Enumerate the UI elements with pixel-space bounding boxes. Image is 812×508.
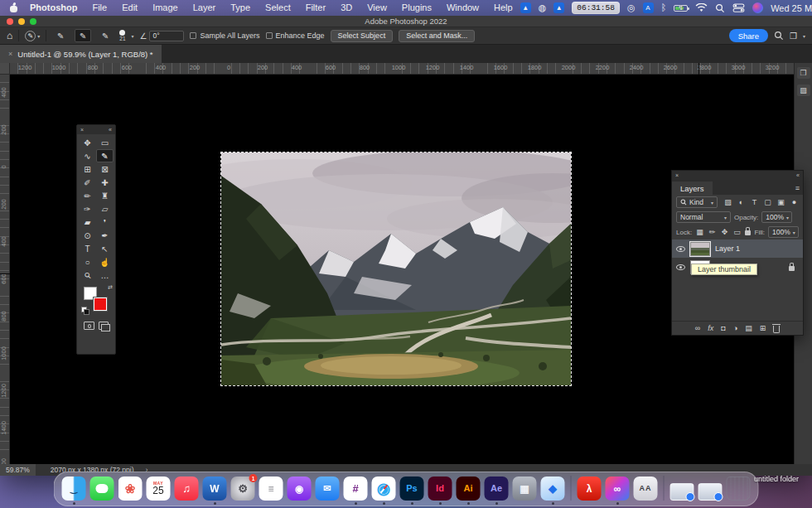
smart-object-filter-icon[interactable]: ▣	[776, 198, 785, 206]
creative-cloud-menubar-icon[interactable]: ◍	[539, 2, 547, 13]
battery-icon[interactable]: ↯	[674, 5, 688, 12]
lock-all-icon[interactable]	[745, 230, 751, 235]
menu-file[interactable]: File	[85, 0, 114, 16]
type-tool[interactable]: T	[79, 242, 96, 255]
new-selection-mode-button[interactable]: ✎	[52, 29, 69, 42]
word-dock-icon[interactable]: W	[203, 477, 227, 501]
angle-input[interactable]: 0°	[149, 31, 184, 41]
clone-stamp-tool[interactable]: ♜	[96, 189, 114, 202]
brush-tool[interactable]: ✏	[79, 189, 96, 202]
layers-tab[interactable]: Layers	[672, 181, 713, 195]
default-colors-icon[interactable]	[81, 307, 88, 313]
swap-colors-icon[interactable]: ⇄	[108, 284, 113, 291]
document-tab[interactable]: × Untitled-1 @ 59.9% (Layer 1, RGB/8) *	[0, 45, 162, 63]
podcasts-dock-icon[interactable]: ◉	[288, 477, 312, 501]
apple-logo-icon[interactable]	[10, 3, 17, 12]
record-menubar-icon[interactable]: ◎	[627, 2, 636, 13]
safari-dock-icon[interactable]: ◉	[372, 477, 396, 501]
brush-size-picker[interactable]: 21	[119, 30, 125, 42]
finder-dock-icon[interactable]: ‿	[62, 477, 86, 501]
crop-tool[interactable]: ⊞	[79, 162, 96, 176]
quick-mask-icon[interactable]	[84, 322, 94, 330]
tool-preset-picker[interactable]: ✎▾	[25, 31, 40, 41]
layer-visibility-icon[interactable]	[676, 246, 685, 252]
settings-dock-icon[interactable]: ⚙1	[231, 477, 255, 501]
eraser-tool[interactable]: ▱	[96, 202, 114, 215]
filter-toggle-icon[interactable]: ●	[790, 198, 799, 206]
shape-layers-filter-icon[interactable]: ▢	[763, 198, 772, 206]
layer-visibility-icon[interactable]	[676, 264, 685, 270]
menu-photoshop[interactable]: Photoshop	[22, 0, 85, 16]
layer-effects-icon[interactable]: fx	[708, 324, 713, 332]
menu-filter[interactable]: Filter	[298, 0, 333, 16]
menu-edit[interactable]: Edit	[114, 0, 145, 16]
sample-all-layers-checkbox[interactable]: Sample All Layers	[190, 31, 259, 40]
menu-image[interactable]: Image	[145, 0, 186, 16]
enhance-edge-checkbox[interactable]: Enhance Edge	[266, 31, 325, 40]
timer-badge[interactable]: 06:31:58	[572, 2, 620, 14]
layer-row-layer1[interactable]: Layer 1	[672, 239, 803, 258]
menu-select[interactable]: Select	[258, 0, 298, 16]
add-to-selection-mode-button[interactable]: ✎	[75, 29, 91, 42]
fonts-dock-icon[interactable]: AA	[634, 477, 658, 501]
share-button[interactable]: Share	[729, 29, 768, 42]
gradient-tool[interactable]: ▰	[79, 215, 96, 229]
layer-group-icon[interactable]: ▤	[745, 324, 752, 332]
collapse-panel-icon[interactable]: «	[796, 172, 800, 178]
adjustment-layer-icon[interactable]: ◑	[733, 324, 737, 332]
workspace-switcher-icon[interactable]: ❐	[790, 31, 797, 41]
link-layers-icon[interactable]: ∞	[695, 324, 700, 332]
select-subject-button[interactable]: Select Subject	[331, 30, 394, 42]
minimized-window-dock-icon-2[interactable]	[698, 483, 723, 501]
desktop-folder-label[interactable]: untitled folder	[754, 475, 799, 483]
menu-3d[interactable]: 3D	[333, 0, 360, 16]
close-panel-icon[interactable]: ×	[80, 127, 84, 133]
blue-abstract-dock-icon[interactable]: ◆	[541, 477, 565, 501]
screen-mode-icon[interactable]	[99, 322, 109, 330]
opacity-field[interactable]: 100% ▾	[761, 211, 792, 223]
layer1-name[interactable]: Layer 1	[715, 244, 740, 253]
bluetooth-icon[interactable]: ᛒ	[661, 2, 667, 13]
search-icon[interactable]	[715, 3, 725, 13]
menu-window[interactable]: Window	[439, 0, 486, 16]
chevron-down-icon[interactable]: ▾	[132, 33, 134, 39]
collapsed-panel-icon-1[interactable]: ❐	[797, 67, 810, 79]
chevron-down-icon[interactable]: ▾	[803, 33, 805, 39]
menu-view[interactable]: View	[360, 0, 394, 16]
collapse-panel-icon[interactable]: «	[109, 127, 112, 133]
more-tools[interactable]: …	[96, 269, 114, 282]
layer-row-background[interactable]: Layer thumbnail	[672, 258, 803, 276]
blend-mode-dropdown[interactable]: Normal ▾	[676, 211, 731, 223]
messages-dock-icon[interactable]	[90, 477, 114, 501]
calendar-dock-icon[interactable]: MAY25	[147, 477, 171, 501]
creative-cloud-dock-icon[interactable]: ∞	[606, 477, 630, 501]
home-icon[interactable]: ⌂	[7, 30, 12, 41]
new-layer-icon[interactable]: ⊞	[760, 324, 766, 332]
canvas-image[interactable]	[221, 152, 571, 385]
close-tab-icon[interactable]: ×	[8, 50, 12, 58]
blue-app-menubar-icon-2[interactable]: ▲	[553, 2, 564, 13]
lock-move-icon[interactable]: ✥	[720, 228, 729, 236]
photos-dock-icon[interactable]: ❀	[118, 477, 143, 501]
rectangular-marquee-tool[interactable]: ▭	[96, 136, 114, 149]
slack-dock-icon[interactable]: #	[344, 477, 368, 501]
select-and-mask-button[interactable]: Select and Mask...	[399, 30, 475, 42]
lock-transparency-icon[interactable]: ▦	[695, 228, 704, 236]
mail-dock-icon[interactable]: ✉	[316, 477, 340, 501]
fill-field[interactable]: 100% ▾	[768, 226, 799, 238]
menu-help[interactable]: Help	[486, 0, 520, 16]
blue-app-menubar-icon-1[interactable]: ▲	[520, 2, 531, 13]
pen-tool[interactable]: ✒	[96, 229, 114, 242]
layer1-thumbnail[interactable]	[690, 242, 710, 256]
hand-tool[interactable]: ☝	[96, 255, 114, 269]
menubar-date[interactable]: Wed 25 May	[771, 3, 812, 13]
lock-artboard-icon[interactable]: ▭	[732, 228, 742, 236]
healing-brush-tool[interactable]: ✚	[96, 176, 114, 189]
a-app-menubar-icon[interactable]: A	[643, 2, 654, 13]
after-effects-dock-icon[interactable]: Ae	[485, 477, 509, 501]
adjustment-layers-filter-icon[interactable]: ◐	[737, 198, 746, 206]
frame-tool[interactable]: ⊠	[96, 162, 114, 176]
close-panel-icon[interactable]: ×	[675, 172, 679, 178]
menu-type[interactable]: Type	[223, 0, 258, 16]
panel-menu-icon[interactable]: ≡	[795, 184, 800, 192]
